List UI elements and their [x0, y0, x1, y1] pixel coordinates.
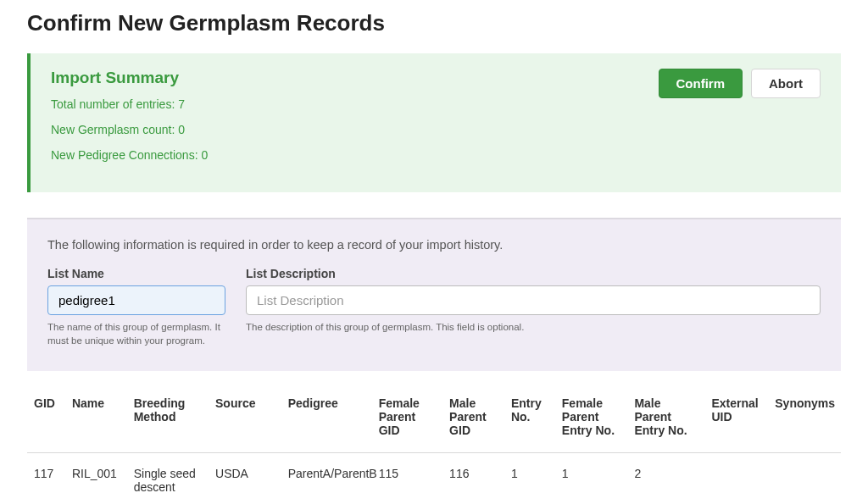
col-header-breeding-method: Breeding Method — [127, 386, 209, 453]
import-details-panel: The following information is required in… — [27, 218, 841, 371]
table-row: 117 RIL_001 Single seed descent USDA Par… — [27, 453, 841, 504]
summary-title: Import Summary — [51, 69, 659, 87]
import-summary-panel: Import Summary Total number of entries: … — [27, 53, 841, 192]
page-title: Confirm New Germplasm Records — [27, 10, 841, 36]
summary-content: Import Summary Total number of entries: … — [51, 69, 659, 174]
col-header-name: Name — [65, 386, 127, 453]
summary-new-pedigree: New Pedigree Connections: 0 — [51, 148, 659, 162]
col-header-female-parent-gid: Female Parent GID — [372, 386, 442, 453]
cell-pedigree: ParentA/ParentB — [281, 453, 372, 504]
abort-button[interactable]: Abort — [751, 69, 821, 98]
germplasm-table: GID Name Breeding Method Source Pedigree… — [27, 386, 841, 504]
cell-source: USDA — [209, 453, 281, 504]
table-header: GID Name Breeding Method Source Pedigree… — [27, 386, 841, 453]
cell-breeding-method: Single seed descent — [127, 453, 209, 504]
list-description-label: List Description — [246, 267, 821, 280]
cell-name: RIL_001 — [65, 453, 127, 504]
confirm-button[interactable]: Confirm — [659, 69, 743, 98]
form-intro-text: The following information is required in… — [47, 238, 821, 252]
list-description-group: List Description The description of this… — [246, 267, 821, 347]
list-description-help: The description of this group of germpla… — [246, 320, 821, 334]
summary-total-entries: Total number of entries: 7 — [51, 97, 659, 111]
col-header-pedigree: Pedigree — [281, 386, 372, 453]
list-name-group: List Name The name of this group of germ… — [47, 267, 225, 347]
cell-male-parent-entry-no: 2 — [627, 453, 704, 504]
list-name-input[interactable] — [47, 285, 225, 315]
list-name-help: The name of this group of germplasm. It … — [47, 320, 225, 347]
table-body: 117 RIL_001 Single seed descent USDA Par… — [27, 453, 841, 504]
col-header-male-parent-gid: Male Parent GID — [442, 386, 504, 453]
list-name-label: List Name — [47, 267, 225, 280]
cell-synonyms — [768, 453, 841, 504]
list-description-input[interactable] — [246, 285, 821, 315]
col-header-female-parent-entry-no: Female Parent Entry No. — [555, 386, 628, 453]
col-header-entry-no: Entry No. — [504, 386, 555, 453]
cell-female-parent-gid: 115 — [372, 453, 442, 504]
form-row: List Name The name of this group of germ… — [47, 267, 821, 347]
col-header-synonyms: Synonyms — [768, 386, 841, 453]
summary-new-germplasm: New Germplasm count: 0 — [51, 123, 659, 136]
col-header-external-uid: External UID — [704, 386, 768, 453]
cell-male-parent-gid: 116 — [442, 453, 504, 504]
cell-external-uid — [704, 453, 768, 504]
col-header-source: Source — [209, 386, 281, 453]
cell-entry-no: 1 — [504, 453, 555, 504]
cell-gid: 117 — [27, 453, 65, 504]
col-header-gid: GID — [27, 386, 65, 453]
col-header-male-parent-entry-no: Male Parent Entry No. — [627, 386, 704, 453]
summary-actions: Confirm Abort — [659, 69, 821, 98]
cell-female-parent-entry-no: 1 — [555, 453, 628, 504]
